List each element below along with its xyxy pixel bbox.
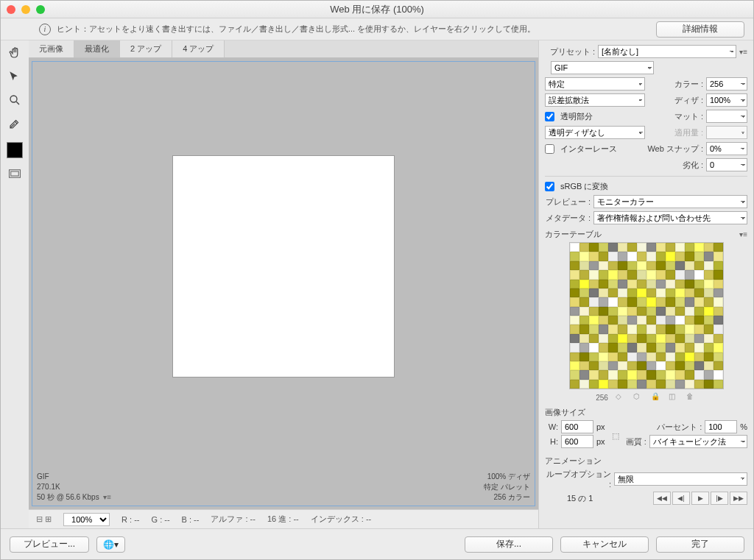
tab-optimized[interactable]: 最適化 [74, 40, 120, 57]
loop-select[interactable]: 無限 [614, 472, 747, 486]
tab-4up[interactable]: 4 アップ [172, 40, 225, 57]
px-unit-2: px [596, 437, 605, 446]
status-hex: 16 進 : -- [267, 514, 299, 525]
srgb-checkbox[interactable] [545, 182, 554, 191]
minimize-icon[interactable] [21, 5, 30, 14]
preview-tabs: 元画像 最適化 2 アップ 4 アップ [29, 40, 538, 58]
anim-next-button[interactable]: |▶ [711, 492, 728, 505]
dither-amount-select[interactable]: 100% [706, 93, 747, 107]
canvas-area: GIF 270.1K 50 秒 @ 56.6 Kbps ▾≡ 100% ディザ … [29, 58, 538, 509]
quality-select[interactable]: バイキュービック法 [649, 435, 747, 448]
zoom-tool-icon[interactable] [6, 92, 24, 108]
settings-panel: プリセット : [名前なし] ▾≡ GIF 特定 カラー : 256 誤差拡散法… [538, 40, 753, 528]
ct-new-icon[interactable]: ◫ [669, 392, 679, 403]
svg-line-1 [16, 102, 19, 104]
matte-label: マット : [674, 111, 703, 122]
eyedropper-color-swatch[interactable] [7, 142, 23, 158]
status-alpha: アルファ : -- [211, 514, 256, 525]
save-for-web-window: Web 用に保存 (100%) i ヒント：アセットをより速く書き出すには、ファ… [0, 0, 754, 560]
titlebar: Web 用に保存 (100%) [1, 1, 753, 18]
status-g: G : -- [152, 515, 170, 524]
eyedropper-tool-icon[interactable] [6, 116, 24, 132]
metadata-label: メタデータ : [545, 213, 591, 224]
grid-icons[interactable]: ⊟ ⊞ [36, 514, 52, 524]
status-bar: ⊟ ⊞ 100% R : -- G : -- B : -- アルファ : -- … [29, 509, 538, 528]
info-dither: 100% ディザ [484, 472, 530, 482]
color-table[interactable] [569, 242, 724, 389]
interlace-checkbox[interactable] [545, 144, 554, 154]
maximize-icon[interactable] [36, 5, 45, 14]
px-unit: px [596, 422, 605, 431]
preset-label: プリセット : [545, 46, 595, 57]
anim-last-button[interactable]: ▶▶ [730, 492, 747, 505]
colors-label: カラー : [648, 79, 703, 90]
reduction-select[interactable]: 特定 [545, 77, 645, 91]
hand-tool-icon[interactable] [6, 45, 24, 61]
trans-amount-label: 適用量 : [648, 127, 703, 138]
width-label: W: [545, 422, 558, 431]
loop-label: ループオプション : [545, 469, 611, 489]
lossy-select[interactable]: 0 [706, 158, 747, 171]
preview-button[interactable]: プレビュー... [10, 536, 89, 553]
info-colors: 256 カラー [484, 492, 530, 503]
ct-icon-1[interactable]: ◇ [616, 392, 626, 403]
trans-dither-select[interactable]: 透明ディザなし [545, 126, 645, 139]
artboard-preview[interactable] [173, 156, 394, 377]
ct-icon-2[interactable]: ⬡ [633, 392, 644, 403]
info-palette: 特定 パレット [484, 482, 530, 492]
ct-trash-icon[interactable]: 🗑 [686, 392, 697, 403]
color-table-count: 256 [596, 394, 608, 402]
preset-menu-icon[interactable]: ▾≡ [739, 48, 747, 56]
close-icon[interactable] [7, 5, 15, 14]
format-select[interactable]: GIF [551, 61, 654, 74]
info-icon: i [39, 24, 51, 35]
dither-method-select[interactable]: 誤差拡散法 [545, 93, 645, 107]
ct-lock-icon[interactable]: 🔒 [651, 392, 661, 403]
colors-select[interactable]: 256 [706, 77, 747, 91]
height-label: H: [545, 437, 558, 446]
status-r: R : -- [121, 515, 139, 524]
cancel-button[interactable]: キャンセル [560, 536, 649, 553]
save-button[interactable]: 保存... [465, 536, 553, 553]
preset-select[interactable]: [名前なし] [598, 45, 736, 58]
width-input[interactable] [561, 420, 593, 433]
done-button[interactable]: 完了 [656, 536, 744, 553]
image-size-label: 画像サイズ [545, 407, 585, 418]
slice-visibility-icon[interactable] [6, 166, 24, 182]
srgb-label: sRGB に変換 [560, 181, 608, 192]
height-input[interactable] [561, 435, 593, 448]
percent-input[interactable] [705, 420, 737, 433]
anim-play-button[interactable]: ▶ [691, 492, 709, 505]
trans-amount-select [706, 126, 747, 139]
info-filesize: 270.1K [37, 482, 111, 492]
hint-text: ヒント：アセットをより速く書き出すには、ファイル／書き出し／書き出し形式... … [57, 24, 650, 35]
info-format: GIF [37, 472, 111, 482]
slice-select-tool-icon[interactable] [6, 68, 24, 85]
color-table-menu-icon[interactable]: ▾≡ [739, 230, 747, 238]
status-index: インデックス : -- [311, 514, 372, 525]
percent-label: パーセント : [626, 422, 702, 433]
metadata-select[interactable]: 著作権情報および問い合わせ先 [593, 211, 747, 224]
websnap-select[interactable]: 0% [706, 142, 747, 155]
browser-preview-button[interactable]: 🌐▾ [96, 536, 125, 553]
window-title: Web 用に保存 (100%) [330, 3, 424, 16]
animation-label: アニメーション [545, 456, 602, 467]
tool-sidebar [1, 40, 29, 528]
info-menu-icon[interactable]: ▾≡ [103, 493, 111, 501]
preview-select[interactable]: モニターカラー [593, 195, 747, 208]
color-table-label: カラーテーブル [545, 229, 602, 240]
anim-first-button[interactable]: ◀◀ [653, 492, 671, 505]
dither-label: ディザ : [648, 95, 703, 106]
svg-rect-3 [11, 171, 19, 176]
detail-info-button[interactable]: 詳細情報 [656, 21, 744, 38]
matte-select[interactable] [706, 110, 747, 123]
anim-prev-button[interactable]: ◀| [672, 492, 690, 505]
tab-2up[interactable]: 2 アップ [120, 40, 172, 57]
link-constrain-icon[interactable]: ⬚ [610, 425, 621, 446]
info-time: 50 秒 @ 56.6 Kbps [37, 493, 99, 501]
tab-original[interactable]: 元画像 [29, 40, 74, 57]
transparency-checkbox[interactable] [545, 112, 554, 121]
zoom-select[interactable]: 100% [63, 513, 110, 526]
svg-point-0 [10, 96, 17, 102]
websnap-label: Web スナップ : [647, 143, 703, 155]
